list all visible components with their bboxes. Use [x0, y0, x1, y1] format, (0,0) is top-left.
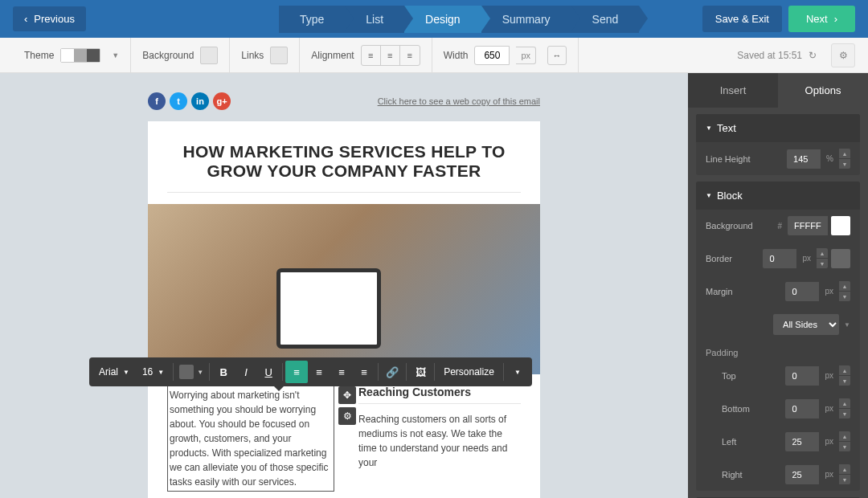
color-swatch[interactable] [179, 365, 194, 379]
history-icon[interactable]: ↻ [809, 50, 817, 61]
border-swatch[interactable] [831, 249, 850, 268]
image-button[interactable]: 🖼 [409, 361, 432, 383]
step-down[interactable]: ▼ [839, 475, 850, 484]
fontsize-select[interactable]: 16▼ [136, 361, 170, 382]
section-block: ▼Block Background # Border px▲▼ Margin p… [696, 182, 860, 491]
font-select[interactable]: Arial▼ [92, 361, 136, 382]
step-summary[interactable]: Summary [481, 6, 571, 33]
googleplus-icon[interactable]: g+ [213, 92, 231, 110]
step-send[interactable]: Send [571, 6, 640, 33]
step-down[interactable]: ▼ [839, 409, 850, 418]
canvas: f t in g+ Click here to see a web copy o… [0, 73, 688, 498]
italic-button[interactable]: I [235, 361, 257, 383]
step-up[interactable]: ▲ [839, 281, 850, 291]
border-input[interactable] [763, 249, 796, 268]
text-block-selected[interactable]: Worrying about marketing isn't something… [167, 386, 334, 492]
step-up[interactable]: ▲ [839, 431, 850, 441]
tab-options[interactable]: Options [778, 73, 868, 108]
width-unit: px [516, 47, 536, 64]
links-label: Links [241, 50, 264, 61]
padding-label: Padding [696, 341, 860, 359]
align-center-button[interactable]: ≡ [308, 361, 330, 383]
caret-down-icon: ▼ [706, 192, 712, 199]
more-button[interactable]: ▼ [506, 361, 529, 383]
align-right-button[interactable]: ≡ [400, 46, 420, 65]
pad-left-input[interactable] [785, 432, 819, 451]
chevron-left-icon: ‹ [24, 13, 27, 25]
step-up[interactable]: ▲ [839, 464, 850, 474]
align-center-button[interactable]: ≡ [381, 46, 400, 65]
chevron-right-icon: › [834, 13, 837, 25]
twitter-icon[interactable]: t [170, 92, 187, 110]
wizard-steps: Type List Design Summary Send [279, 6, 639, 33]
caret-down-icon: ▼ [706, 124, 712, 132]
theme-swatch[interactable] [60, 48, 100, 63]
step-down[interactable]: ▼ [839, 159, 850, 169]
align-left-button[interactable]: ≡ [362, 46, 381, 65]
linkedin-icon[interactable]: in [191, 92, 209, 110]
links-swatch[interactable] [270, 47, 288, 64]
saved-label: Saved at 15:51 [737, 50, 802, 61]
hero-image[interactable] [148, 204, 540, 374]
margin-sides-select[interactable]: All Sides [773, 314, 839, 335]
text-format-toolbar: Arial▼ 16▼ ▼ B I U ≡ ≡ ≡ ≡ 🔗 🖼 Personali… [89, 357, 532, 386]
previous-button[interactable]: ‹Previous [13, 6, 86, 31]
chevron-down-icon[interactable]: ▼ [112, 51, 119, 59]
facebook-icon[interactable]: f [148, 92, 166, 110]
pad-top-input[interactable] [785, 366, 819, 386]
web-copy-link[interactable]: Click here to see a web copy of this ema… [378, 96, 540, 106]
link-button[interactable]: 🔗 [381, 361, 403, 383]
personalize-button[interactable]: Personalize [437, 366, 501, 378]
step-design[interactable]: Design [404, 6, 481, 33]
step-down[interactable]: ▼ [817, 259, 828, 268]
pad-right-input[interactable] [785, 465, 819, 484]
email-preview: f t in g+ Click here to see a web copy o… [148, 92, 540, 498]
step-down[interactable]: ▼ [839, 442, 850, 451]
text-block-right[interactable]: Reaching Customers Reaching customers on… [358, 386, 521, 492]
move-handle[interactable]: ✥ [338, 386, 356, 404]
section-block-head[interactable]: ▼Block [696, 182, 860, 210]
top-nav: ‹Previous Type List Design Summary Send … [0, 0, 868, 38]
step-up[interactable]: ▲ [839, 398, 850, 408]
block-bg-input[interactable] [788, 216, 828, 235]
alignment-label: Alignment [311, 50, 354, 61]
right-panel: Insert Options ▼Text Line Height % ▲▼ ▼B… [688, 73, 868, 498]
email-headline[interactable]: HOW MARKETING SERVICES HELP TO GROW YOUR… [148, 121, 540, 192]
width-expand-button[interactable]: ↔ [547, 46, 567, 65]
format-toolbar: Theme ▼ Background Links Alignment ≡ ≡ ≡… [0, 38, 868, 73]
divider [167, 192, 521, 193]
align-left-button[interactable]: ≡ [285, 361, 308, 383]
align-right-button[interactable]: ≡ [330, 361, 353, 383]
block-bg-swatch[interactable] [831, 216, 850, 235]
pad-top-label: Top [722, 371, 736, 381]
step-up[interactable]: ▲ [839, 149, 850, 158]
step-down[interactable]: ▼ [839, 376, 850, 386]
section-text: ▼Text Line Height % ▲▼ [696, 114, 860, 175]
bold-button[interactable]: B [212, 361, 235, 383]
width-input[interactable] [474, 46, 510, 65]
step-down[interactable]: ▼ [839, 292, 850, 301]
step-up[interactable]: ▲ [817, 248, 828, 258]
background-swatch[interactable] [200, 47, 218, 64]
next-button[interactable]: Next› [788, 6, 855, 32]
step-list[interactable]: List [345, 6, 404, 33]
settings-button[interactable]: ⚙ [831, 43, 855, 67]
margin-input[interactable] [785, 282, 819, 301]
pad-bottom-input[interactable] [785, 399, 819, 418]
section-text-head[interactable]: ▼Text [696, 114, 860, 142]
pad-left-label: Left [722, 437, 736, 447]
lineheight-input[interactable] [787, 149, 821, 169]
pad-right-label: Right [722, 470, 743, 480]
save-exit-button[interactable]: Save & Exit [702, 6, 782, 32]
tab-insert[interactable]: Insert [688, 73, 778, 108]
align-justify-button[interactable]: ≡ [353, 361, 375, 383]
width-label: Width [444, 50, 469, 61]
underline-button[interactable]: U [257, 361, 280, 383]
margin-label: Margin [706, 287, 733, 296]
step-up[interactable]: ▲ [839, 365, 850, 375]
step-type[interactable]: Type [279, 6, 345, 33]
lineheight-label: Line Height [706, 154, 751, 164]
block-settings-handle[interactable]: ⚙ [338, 407, 356, 425]
border-label: Border [706, 254, 732, 263]
block-bg-label: Background [706, 221, 753, 231]
